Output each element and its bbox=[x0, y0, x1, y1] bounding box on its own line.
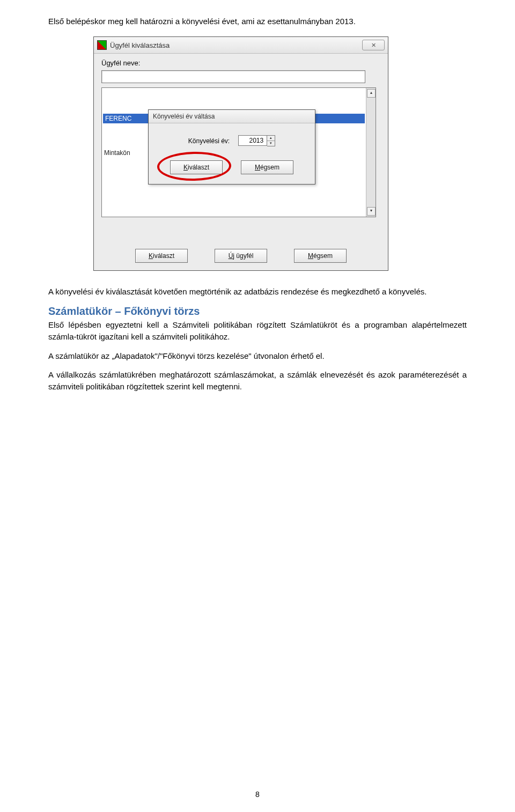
mnemonic: K bbox=[183, 164, 188, 171]
close-button[interactable]: ✕ bbox=[362, 40, 385, 50]
section-p2: A számlatükör az „Alapadatok"/"Főkönyvi … bbox=[48, 350, 467, 362]
section-p1: Első lépésben egyeztetni kell a Számvite… bbox=[48, 319, 467, 343]
cancel-button[interactable]: Mégsem bbox=[294, 249, 347, 263]
client-name-input[interactable] bbox=[101, 70, 365, 83]
year-change-dialog: Könyvelési év váltása Könyvelési év: 201… bbox=[148, 109, 315, 184]
inner-window-title: Könyvelési év váltása bbox=[149, 110, 315, 123]
scroll-up-icon[interactable]: ▴ bbox=[367, 89, 376, 98]
mnemonic: K bbox=[149, 252, 153, 260]
btn-rest: iválaszt bbox=[153, 252, 174, 260]
mnemonic: Ú bbox=[229, 252, 233, 260]
spin-down-icon[interactable]: ▾ bbox=[267, 141, 275, 146]
dialog-screenshot: Ügyfél kiválasztása ✕ Ügyfél neve: FEREN… bbox=[93, 36, 388, 271]
client-list[interactable]: FERENC Mintakön Könyvelési év váltása Kö… bbox=[101, 87, 376, 217]
intro-text: Első belépéskor meg kell határozni a kön… bbox=[48, 16, 467, 27]
section-p3: A vállalkozás számlatükrében meghatározo… bbox=[48, 369, 467, 393]
select-button[interactable]: Kiválaszt bbox=[135, 249, 188, 263]
scroll-down-icon[interactable]: ▾ bbox=[367, 207, 376, 216]
client-select-dialog: Ügyfél kiválasztása ✕ Ügyfél neve: FEREN… bbox=[93, 36, 388, 271]
year-label: Könyvelési év: bbox=[188, 137, 230, 145]
year-input[interactable]: 2013 bbox=[238, 135, 267, 146]
window-title: Ügyfél kiválasztása bbox=[110, 41, 170, 49]
inner-cancel-button[interactable]: Mégsem bbox=[241, 160, 293, 174]
page-number: 8 bbox=[0, 790, 515, 799]
client-name-label: Ügyfél neve: bbox=[101, 59, 380, 67]
btn-rest: égsem bbox=[313, 252, 333, 260]
year-spinner[interactable]: ▴ ▾ bbox=[267, 135, 275, 146]
section-heading: Számlatükör – Főkönyvi törzs bbox=[48, 305, 467, 318]
app-icon bbox=[97, 40, 107, 50]
btn-rest: égsem bbox=[260, 164, 279, 171]
btn-rest: j ügyfél bbox=[233, 252, 253, 260]
mnemonic: M bbox=[255, 164, 260, 171]
mnemonic: M bbox=[308, 252, 313, 260]
scrollbar[interactable]: ▴ ▾ bbox=[366, 88, 376, 217]
btn-rest: iválaszt bbox=[188, 164, 209, 171]
inner-select-button[interactable]: Kiválaszt bbox=[170, 160, 223, 174]
titlebar: Ügyfél kiválasztása ✕ bbox=[94, 37, 388, 54]
spin-up-icon[interactable]: ▴ bbox=[267, 136, 275, 141]
client-list-item[interactable]: Mintakön bbox=[104, 149, 130, 157]
new-client-button[interactable]: Új ügyfél bbox=[215, 249, 267, 263]
paragraph-after-dialog: A könyvelési év kiválasztását követően m… bbox=[48, 286, 467, 298]
